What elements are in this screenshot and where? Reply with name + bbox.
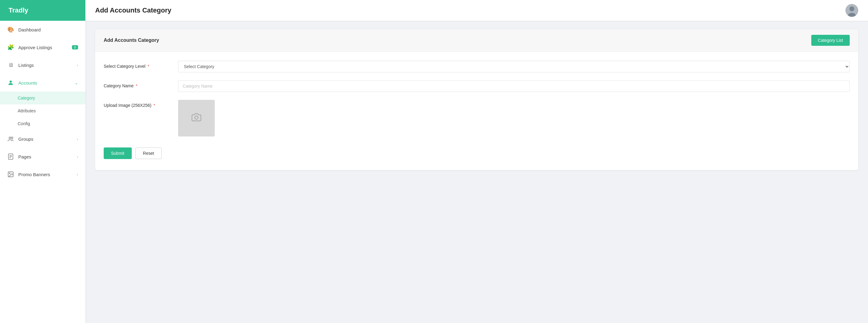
upload-image-control — [178, 100, 850, 137]
image-upload-box[interactable] — [178, 100, 215, 137]
image-icon — [7, 171, 14, 178]
required-star: * — [148, 64, 149, 69]
svg-point-12 — [195, 116, 198, 119]
group-icon — [7, 136, 14, 142]
page-title: Add Accounts Category — [95, 6, 172, 14]
category-name-row: Category Name * — [104, 80, 850, 92]
sidebar-item-listings[interactable]: 🖥 Listings › — [0, 56, 85, 74]
sidebar-item-label: Accounts — [18, 80, 37, 86]
form-card: Add Accounts Category Category List Sele… — [95, 29, 858, 170]
reset-button[interactable]: Reset — [135, 147, 162, 159]
sidebar-item-approve-listings[interactable]: 🧩 Approve Listings 0 — [0, 38, 85, 56]
category-list-button[interactable]: Category List — [811, 35, 850, 46]
content-area: Add Accounts Category Category List Sele… — [85, 21, 868, 323]
main-content: Add Accounts Category Add Accounts Categ… — [85, 0, 868, 323]
category-level-select[interactable]: Select Category — [178, 61, 850, 72]
sidebar-subitem-config[interactable]: Config — [0, 117, 85, 130]
upload-image-label: Upload Image (256X256) * — [104, 100, 171, 108]
svg-point-0 — [9, 81, 11, 83]
required-star: * — [153, 103, 155, 108]
sidebar-item-dashboard[interactable]: 🎨 Dashboard — [0, 21, 85, 38]
camera-icon — [191, 112, 201, 124]
avatar[interactable] — [845, 4, 858, 17]
category-level-label: Select Category Level * — [104, 61, 171, 69]
required-star: * — [136, 83, 137, 88]
sidebar-item-label: Approve Listings — [18, 45, 52, 50]
approve-listings-badge: 0 — [72, 45, 78, 50]
submit-button[interactable]: Submit — [104, 147, 132, 159]
sidebar-item-label: Promo Banners — [18, 172, 50, 177]
category-name-control — [178, 80, 850, 92]
sidebar-item-label: Groups — [18, 137, 33, 142]
category-level-row: Select Category Level * Select Category — [104, 61, 850, 72]
sidebar-item-label: Listings — [18, 63, 34, 68]
person-icon — [7, 79, 14, 86]
form-card-title: Add Accounts Category — [104, 37, 159, 43]
category-name-label: Category Name * — [104, 80, 171, 88]
subnav-label: Config — [18, 121, 30, 126]
chevron-right-icon: › — [77, 137, 78, 141]
sidebar-subitem-attributes[interactable]: Attributes — [0, 105, 85, 117]
sidebar-item-pages[interactable]: Pages › — [0, 148, 85, 166]
monitor-icon: 🖥 — [7, 62, 14, 68]
subnav-label: Attributes — [18, 108, 36, 113]
svg-point-10 — [849, 6, 854, 11]
svg-point-1 — [9, 137, 11, 139]
svg-point-2 — [11, 137, 13, 139]
category-name-input[interactable] — [178, 80, 850, 92]
sidebar-item-promo-banners[interactable]: Promo Banners › — [0, 166, 85, 183]
chevron-right-icon: › — [77, 154, 78, 159]
category-level-control: Select Category — [178, 61, 850, 72]
sidebar-subitem-category[interactable]: Category — [0, 92, 85, 105]
chevron-down-icon: ⌄ — [75, 81, 78, 85]
topbar: Add Accounts Category — [85, 0, 868, 21]
puzzle-icon: 🧩 — [7, 44, 14, 51]
sidebar-brand[interactable]: Tradly — [0, 0, 85, 21]
chevron-right-icon: › — [77, 63, 78, 67]
brand-name: Tradly — [8, 6, 28, 14]
file-icon — [7, 153, 14, 160]
chevron-right-icon: › — [77, 172, 78, 177]
subnav-label: Category — [18, 95, 35, 100]
sidebar-item-groups[interactable]: Groups › — [0, 130, 85, 148]
sidebar: Tradly 🎨 Dashboard 🧩 Approve Listings 0 … — [0, 0, 85, 323]
sidebar-item-label: Dashboard — [18, 27, 40, 32]
form-actions: Submit Reset — [104, 144, 850, 159]
form-card-header: Add Accounts Category Category List — [95, 29, 858, 52]
sidebar-item-accounts[interactable]: Accounts ⌄ — [0, 74, 85, 92]
sidebar-item-label: Pages — [18, 154, 31, 159]
form-body: Select Category Level * Select Category … — [95, 52, 858, 170]
upload-image-row: Upload Image (256X256) * — [104, 100, 850, 137]
svg-point-8 — [9, 173, 10, 174]
palette-icon: 🎨 — [7, 26, 14, 33]
